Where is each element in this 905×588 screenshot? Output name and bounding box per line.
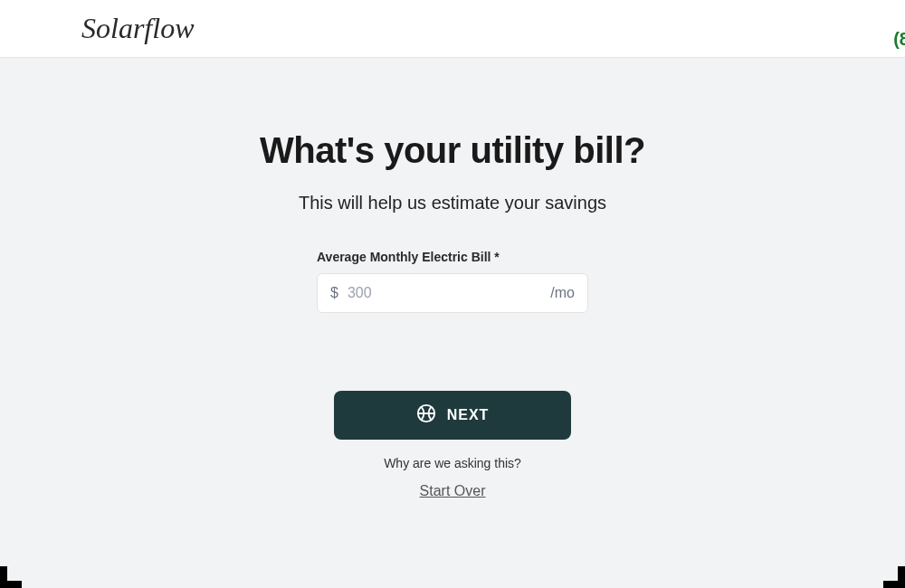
- per-month-suffix: /mo: [550, 285, 575, 301]
- main-content: What's your utility bill? This will help…: [0, 58, 905, 588]
- next-button[interactable]: NEXT: [334, 391, 571, 440]
- bill-field-label: Average Monthly Electric Bill *: [317, 250, 588, 264]
- why-asking-link[interactable]: Why are we asking this?: [0, 456, 905, 470]
- phone-number-fragment: (8: [893, 29, 905, 50]
- bill-input[interactable]: [348, 285, 541, 301]
- header: Solarflow (8: [0, 0, 905, 58]
- currency-prefix: $: [330, 285, 338, 301]
- globe-icon: [416, 403, 436, 427]
- crop-mark: [898, 566, 905, 588]
- next-button-label: NEXT: [447, 407, 490, 423]
- start-over-link[interactable]: Start Over: [420, 483, 486, 499]
- bill-field: Average Monthly Electric Bill * $ /mo: [317, 250, 588, 313]
- bill-input-group: $ /mo: [317, 273, 588, 313]
- page-heading: What's your utility bill?: [0, 130, 905, 171]
- crop-mark: [0, 566, 7, 588]
- logo: Solarflow: [81, 12, 194, 45]
- page-subheading: This will help us estimate your savings: [0, 193, 905, 213]
